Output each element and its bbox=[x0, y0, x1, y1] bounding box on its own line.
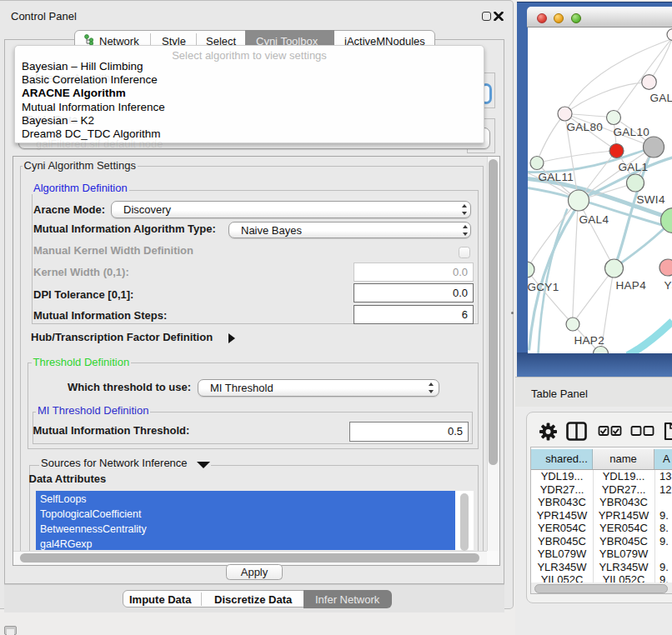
svg-text:HAP2: HAP2 bbox=[574, 333, 604, 346]
svg-text:YJ: YJ bbox=[664, 278, 672, 291]
svg-text:GAL4: GAL4 bbox=[579, 212, 609, 225]
svg-text:GAL80: GAL80 bbox=[566, 120, 603, 132]
svg-text:GAL7: GAL7 bbox=[649, 91, 672, 103]
svg-text:GAL10: GAL10 bbox=[613, 125, 649, 138]
svg-text:HAP4: HAP4 bbox=[615, 278, 646, 291]
svg-text:SWI4: SWI4 bbox=[636, 192, 664, 205]
svg-text:GAL1: GAL1 bbox=[618, 160, 648, 172]
svg-text:GCY1: GCY1 bbox=[528, 280, 559, 292]
svg-text:GAL11: GAL11 bbox=[538, 170, 574, 182]
